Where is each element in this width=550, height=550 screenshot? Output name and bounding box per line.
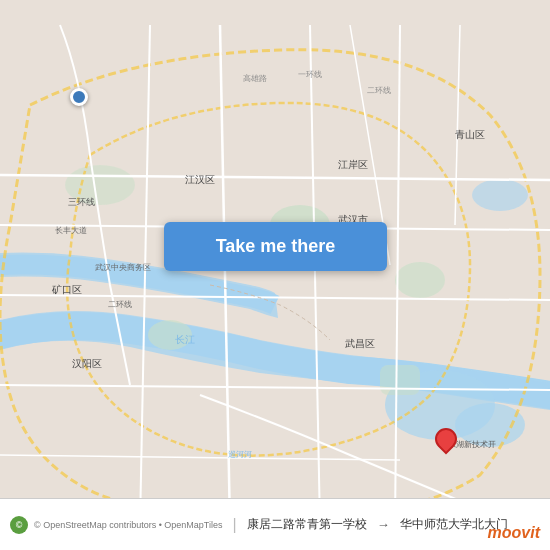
svg-text:武昌区: 武昌区 bbox=[345, 338, 375, 349]
route-from-label: 康居二路常青第一学校 bbox=[247, 516, 367, 533]
take-me-there-button[interactable]: Take me there bbox=[164, 222, 387, 271]
map-background: 三环线 江汉区 江岸区 武汉市 长丰大道 武汉中央商务区 矿口区 二环线 汉阳区… bbox=[0, 0, 550, 550]
svg-text:巡河河: 巡河河 bbox=[228, 450, 252, 459]
svg-text:长江: 长江 bbox=[175, 334, 195, 345]
svg-text:矿口区: 矿口区 bbox=[51, 284, 82, 295]
svg-rect-8 bbox=[380, 365, 420, 395]
svg-text:江岸区: 江岸区 bbox=[338, 159, 368, 170]
route-arrow-icon: → bbox=[377, 517, 390, 532]
svg-text:武汉中央商务区: 武汉中央商务区 bbox=[95, 263, 151, 272]
svg-text:一环线: 一环线 bbox=[298, 70, 322, 79]
moovit-logo: moovit bbox=[488, 524, 540, 542]
svg-point-3 bbox=[472, 179, 528, 211]
destination-marker bbox=[435, 428, 457, 450]
bottom-bar: © © OpenStreetMap contributors • OpenMap… bbox=[0, 498, 550, 550]
map-container: 三环线 江汉区 江岸区 武汉市 长丰大道 武汉中央商务区 矿口区 二环线 汉阳区… bbox=[0, 0, 550, 550]
svg-text:二环线: 二环线 bbox=[367, 86, 391, 95]
osm-logo: © bbox=[10, 516, 28, 534]
svg-text:三环线: 三环线 bbox=[68, 197, 95, 207]
svg-point-6 bbox=[395, 262, 445, 298]
origin-marker bbox=[70, 88, 88, 106]
svg-text:江汉区: 江汉区 bbox=[185, 174, 215, 185]
route-separator: | bbox=[233, 516, 237, 534]
svg-text:二环线: 二环线 bbox=[108, 300, 132, 309]
attribution-text: © OpenStreetMap contributors • OpenMapTi… bbox=[34, 520, 223, 530]
svg-text:高雄路: 高雄路 bbox=[243, 74, 267, 83]
svg-text:长丰大道: 长丰大道 bbox=[55, 226, 87, 235]
svg-text:青山区: 青山区 bbox=[455, 129, 485, 140]
svg-text:汉阳区: 汉阳区 bbox=[72, 358, 102, 369]
